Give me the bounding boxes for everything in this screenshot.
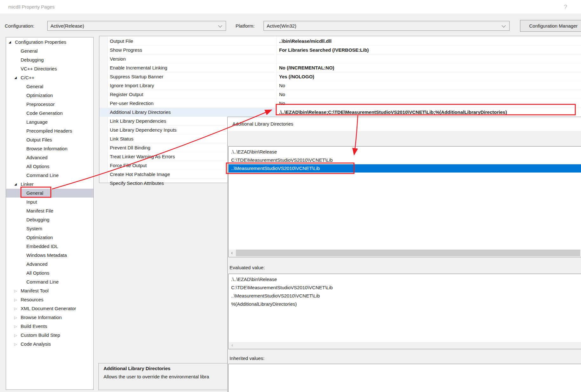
tree-item[interactable]: Advanced [6,260,93,269]
tree-item[interactable]: Code Generation [6,109,93,118]
configuration-label: Configuration: [5,21,34,31]
property-value[interactable]: Yes (/NOLOGO) [279,72,314,81]
tree-item[interactable]: Browse Information [6,144,93,153]
property-row[interactable]: Register Output No [99,90,581,99]
property-value[interactable]: For Libraries Searched (/VERBOSE:Lib) [279,46,369,54]
list-horizontal-scrollbar[interactable]: ‹ [229,250,580,256]
property-row[interactable]: Per-user Redirection No [99,99,581,108]
tree-item[interactable]: Optimization [6,233,93,242]
property-row[interactable]: Additional Library Directories .\..\EZAD… [99,108,581,117]
evaluated-value-line: .\..\EZAD\bin\Release [229,275,581,284]
tree-item[interactable]: C/C++ [6,73,93,82]
tree-item[interactable]: Resources [6,295,93,304]
tree-item-label: Browse Information [21,313,62,322]
expander-icon[interactable] [14,304,21,313]
tree-item[interactable]: Command Line [6,171,93,180]
tree-item[interactable]: Code Analysis [6,340,93,349]
scroll-left-icon[interactable]: ‹ [229,250,235,256]
tree-item[interactable]: Output Files [6,135,93,144]
tree-item[interactable]: Preprocessor [6,100,93,109]
expander-icon[interactable] [9,38,15,47]
property-value[interactable]: ..\bin\Release/micdll.dll [279,37,331,45]
tree-item-label: Debugging [21,56,44,64]
tree-item[interactable]: XML Document Generator [6,304,93,313]
tree-item[interactable]: General [6,47,93,56]
tree-item[interactable]: System [6,224,93,233]
tree-item-label: Preprocessor [26,100,55,109]
tree-item[interactable]: Manifest Tool [6,286,93,295]
property-name: Show Progress [110,46,142,54]
tree-item-label: Advanced [26,260,48,269]
tree-item[interactable]: Optimization [6,91,93,100]
tree-item[interactable]: Manifest File [6,206,93,215]
property-value[interactable]: No [279,99,285,108]
property-value[interactable]: No [279,90,285,99]
property-value[interactable]: No (/INCREMENTAL:NO) [279,63,334,72]
tree-item[interactable]: Configuration Properties [6,38,93,47]
expander-icon[interactable] [14,331,21,340]
tree-item-label: Debugging [26,215,50,224]
property-row[interactable]: Output File ..\bin\Release/micdll.dll [99,37,581,46]
tree-item[interactable]: Debugging [6,56,93,64]
directory-list-item[interactable]: C:\TDE\MeasurementStudioVS2010\VCNET\Lib [229,156,581,164]
configuration-dropdown[interactable]: Active(Release) [47,21,226,31]
property-name: Link Library Dependencies [110,117,166,125]
tree-item[interactable]: Browse Information [6,313,93,322]
tree-item[interactable]: VC++ Directories [6,64,93,73]
property-name: Link Status [110,134,133,143]
tree-item-label: General [26,82,43,91]
property-row[interactable]: Ignore Import Library No [99,81,581,90]
tree-item-label: Configuration Properties [15,38,66,47]
property-row[interactable]: Show Progress For Libraries Searched (/V… [99,46,581,55]
expander-icon[interactable] [14,286,21,296]
expander-icon[interactable] [14,313,21,322]
tree-item[interactable]: All Options [6,162,93,171]
property-row[interactable]: Suppress Startup Banner Yes (/NOLOGO) [99,72,581,81]
tree-item-label: Code Analysis [21,340,51,349]
directory-list-item[interactable]: .\..\EZAD\bin\Release [229,148,581,156]
evaluated-value-box[interactable]: ‹ .\..\EZAD\bin\Release C:\TDE\Measureme… [228,274,581,349]
tree-item[interactable]: Language [6,118,93,127]
expander-icon[interactable] [14,322,21,331]
tree-item[interactable]: Precompiled Headers [6,127,93,135]
tree-item[interactable]: Command Line [6,278,93,286]
tree-item[interactable]: Custom Build Step [6,331,93,340]
tree-item-label: Custom Build Step [21,331,60,340]
tree-item[interactable]: Build Events [6,322,93,331]
directory-list-item[interactable]: ..\MeasurementStudioVS2010\VCNET\Lib [229,164,581,173]
tree-item[interactable]: All Options [6,269,93,278]
tree-item-label: Command Line [26,171,59,180]
inherited-values-box[interactable] [228,364,581,392]
property-row[interactable]: Enable Incremental Linking No (/INCREMEN… [99,63,581,72]
scroll-left-icon[interactable]: ‹ [229,342,236,349]
property-row[interactable]: Version [99,55,581,63]
property-name: Additional Library Directories [110,108,171,116]
tree-item[interactable]: Advanced [6,153,93,162]
expander-icon[interactable] [14,295,21,304]
property-value[interactable]: .\..\EZAD\bin\Release;C:\TDE\Measurement… [279,108,507,116]
tree-item[interactable]: Input [6,198,93,206]
tree-item-label: Optimization [26,91,53,100]
chevron-down-icon [218,23,222,28]
configuration-manager-button[interactable]: Configuration Manager [520,20,581,32]
scrollbar-thumb[interactable] [236,250,580,256]
platform-dropdown[interactable]: Active(Win32) [264,21,510,31]
evaluated-value-line: C:\TDE\MeasurementStudioVS2010\VCNET\Lib [229,284,581,292]
help-icon[interactable]: ? [561,0,570,14]
expander-icon[interactable] [14,73,21,82]
tree-item-label: Build Events [21,322,47,331]
evaluated-horizontal-scrollbar[interactable]: ‹ [229,342,581,349]
tree-item[interactable]: Embedded IDL [6,242,93,251]
property-name: Ignore Import Library [110,81,154,90]
directories-list[interactable]: .\..\EZAD\bin\Release C:\TDE\Measurement… [228,146,581,257]
tree-item[interactable]: Linker [6,180,93,189]
tree-item[interactable]: General [6,82,93,91]
expander-icon[interactable] [14,180,21,189]
tree-item[interactable]: General [6,189,93,198]
tree-item-label: Windows Metadata [26,251,67,260]
property-value[interactable]: No [279,81,285,90]
expander-icon[interactable] [14,340,21,349]
tree-item-label: Embedded IDL [26,242,58,251]
tree-item[interactable]: Debugging [6,215,93,224]
tree-item[interactable]: Windows Metadata [6,251,93,260]
